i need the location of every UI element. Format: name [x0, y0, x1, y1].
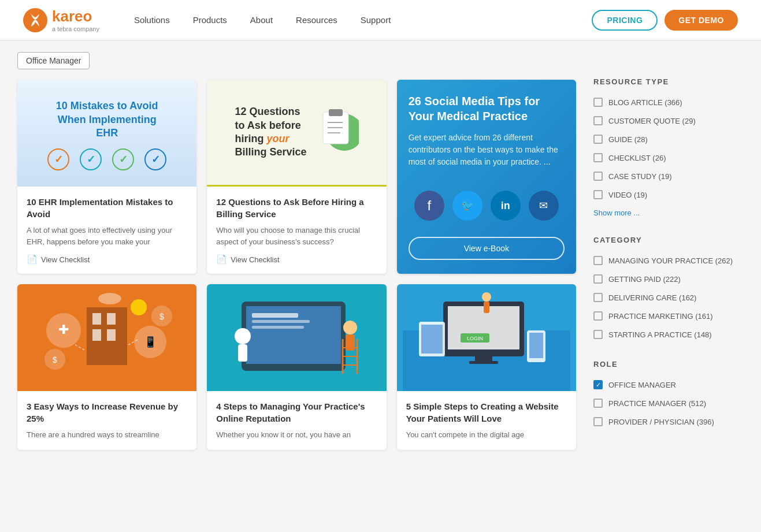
billing-text-3: hiring — [235, 133, 263, 144]
category-item-1[interactable]: GETTING PAID (222) — [593, 270, 744, 288]
resource-checkbox-3[interactable] — [593, 153, 603, 162]
svg-rect-12 — [92, 329, 101, 341]
social-icons: f 🐦 in ✉ — [409, 191, 565, 221]
card-website-desc: You can't compete in the digital age — [406, 429, 567, 441]
card-reputation: 4 Steps to Managing Your Practice's Onli… — [207, 284, 386, 450]
billing-text-highlight: your — [266, 133, 289, 144]
svg-point-25 — [98, 293, 121, 304]
svg-rect-3 — [329, 109, 343, 116]
logo-text: kareo — [52, 8, 99, 25]
show-more-link[interactable]: Show more ... — [593, 206, 744, 220]
check-2: ✓ — [80, 148, 102, 170]
role-item-1[interactable]: PRACTICE MANAGER (512) — [593, 394, 744, 412]
card-revenue-body: 3 Easy Ways to Increase Revenue by 25% T… — [17, 391, 196, 450]
svg-rect-48 — [469, 361, 498, 364]
svg-rect-50 — [421, 325, 443, 354]
card-reputation-image — [207, 284, 386, 391]
logo-subtext: a tebra company — [52, 25, 99, 32]
svg-rect-13 — [107, 329, 116, 341]
twitter-icon[interactable]: 🐦 — [452, 191, 482, 221]
nav-solutions[interactable]: Solutions — [134, 1, 170, 39]
main-content: Office Manager 10 Mistakes to Avoid When… — [17, 52, 576, 450]
category-checkbox-3[interactable] — [593, 311, 603, 321]
card-billing: 12 Questions to Ask before hiring your B… — [207, 80, 386, 274]
website-illustration: LOGIN — [403, 284, 570, 391]
svg-point-32 — [235, 328, 251, 344]
card-ehr-desc: A lot of what goes into effectively usin… — [27, 225, 187, 247]
logo[interactable]: kareo a tebra company — [23, 8, 99, 32]
resource-item-0[interactable]: BLOG ARTICLE (366) — [593, 93, 744, 111]
resource-checkbox-1[interactable] — [593, 116, 603, 125]
role-checkbox-0[interactable]: ✓ — [593, 380, 603, 389]
nav-support[interactable]: Support — [361, 1, 391, 39]
svg-rect-31 — [252, 326, 304, 329]
filter-tag[interactable]: Office Manager — [17, 52, 90, 69]
category-item-3[interactable]: PRACTICE MARKETING (161) — [593, 307, 744, 325]
svg-rect-54 — [484, 302, 489, 313]
cards-grid: 10 Mistakes to Avoid When Implementing E… — [17, 80, 576, 450]
svg-rect-52 — [529, 333, 543, 358]
category-checkbox-4[interactable] — [593, 330, 603, 339]
facebook-icon[interactable]: f — [414, 191, 444, 221]
main-nav: Solutions Products About Resources Suppo… — [134, 1, 592, 39]
card-website-body: 5 Simple Steps to Creating a Website You… — [397, 391, 576, 450]
card-website: LOGIN — [397, 284, 576, 450]
svg-text:✓: ✓ — [338, 124, 348, 138]
category-heading: CATEGORY — [593, 236, 744, 244]
card-reputation-body: 4 Steps to Managing Your Practice's Onli… — [207, 391, 386, 450]
category-checkbox-2[interactable] — [593, 293, 603, 302]
checklist-icon: 📄 — [27, 254, 38, 265]
resource-checkbox-4[interactable] — [593, 172, 603, 181]
card-reputation-title: 4 Steps to Managing Your Practice's Onli… — [216, 400, 377, 425]
card-billing-border — [207, 185, 386, 187]
nav-resources[interactable]: Resources — [296, 1, 337, 39]
checklist-icon-2: 📄 — [216, 254, 227, 265]
svg-rect-10 — [92, 313, 101, 325]
card-billing-body: 12 Questions to Ask Before Hiring a Bill… — [207, 187, 386, 274]
card-social-title: 26 Social Media Tips for Your Medical Pr… — [409, 94, 565, 124]
resource-checkbox-5[interactable] — [593, 190, 603, 199]
card-ehr-action[interactable]: 📄 View Checklist — [27, 254, 187, 265]
resource-item-2[interactable]: GUIDE (28) — [593, 130, 744, 148]
linkedin-icon[interactable]: in — [491, 191, 521, 221]
header: kareo a tebra company Solutions Products… — [0, 0, 761, 40]
card-billing-action[interactable]: 📄 View Checklist — [216, 254, 377, 265]
view-ebook-button[interactable]: View e-Book — [409, 237, 565, 260]
category-item-0[interactable]: MANAGING YOUR PRACTICE (262) — [593, 251, 744, 270]
category-checkbox-0[interactable] — [593, 256, 603, 265]
nav-products[interactable]: Products — [193, 1, 227, 39]
svg-point-34 — [343, 321, 357, 334]
check-1: ✓ — [47, 148, 69, 170]
resource-item-5[interactable]: VIDEO (19) — [593, 185, 744, 204]
role-checkbox-2[interactable] — [593, 417, 603, 426]
sidebar-resource-type: RESOURCE TYPE BLOG ARTICLE (366) CUSTOME… — [593, 77, 744, 220]
card-billing-image: 12 Questions to Ask before hiring your B… — [207, 80, 386, 187]
clipboard-icon: ✓ — [313, 103, 359, 161]
category-item-2[interactable]: DELIVERING CARE (162) — [593, 288, 744, 307]
card-reputation-desc: Whether you know it or not, you have an — [216, 429, 377, 441]
pricing-button[interactable]: PRICING — [592, 10, 658, 31]
resource-item-3[interactable]: CHECKLIST (26) — [593, 148, 744, 167]
resource-item-1[interactable]: CUSTOMER QUOTE (29) — [593, 111, 744, 130]
role-item-0[interactable]: ✓ OFFICE MANAGER — [593, 375, 744, 394]
svg-text:LOGIN: LOGIN — [467, 336, 483, 341]
svg-text:📱: 📱 — [144, 336, 157, 348]
email-icon[interactable]: ✉ — [529, 191, 559, 221]
role-checkbox-1[interactable] — [593, 399, 603, 408]
card-website-image: LOGIN — [397, 284, 576, 391]
reputation-illustration — [213, 284, 380, 391]
nav-about[interactable]: About — [250, 1, 273, 39]
resource-checkbox-0[interactable] — [593, 98, 603, 107]
get-demo-button[interactable]: GET DEMO — [665, 10, 738, 31]
card-revenue-image: ✚ 📱 $ $ — [17, 284, 196, 391]
billing-text-4: Billing Service — [235, 146, 306, 158]
resource-item-4[interactable]: CASE STUDY (19) — [593, 167, 744, 185]
ehr-checks: ✓ ✓ ✓ ✓ — [47, 148, 166, 178]
role-item-2[interactable]: PROVIDER / PHYSICIAN (396) — [593, 412, 744, 431]
resource-checkbox-2[interactable] — [593, 135, 603, 144]
card-revenue: ✚ 📱 $ $ — [17, 284, 196, 450]
svg-rect-29 — [252, 313, 298, 318]
billing-text-2: to Ask before — [235, 120, 300, 131]
category-checkbox-1[interactable] — [593, 274, 603, 284]
category-item-4[interactable]: STARTING A PRACTICE (148) — [593, 325, 744, 344]
